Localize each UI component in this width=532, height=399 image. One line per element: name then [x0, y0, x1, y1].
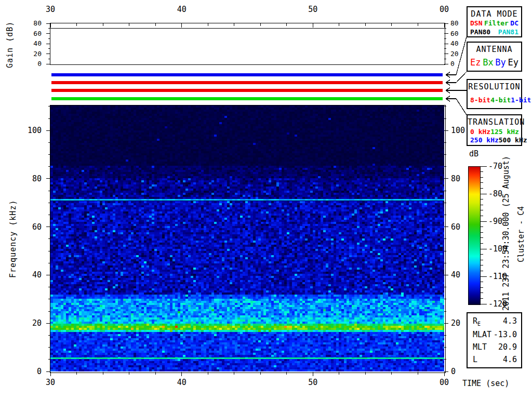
ephemeris-label-subscript: E: [477, 321, 481, 327]
colorbar-tick-label: -80: [488, 190, 511, 198]
time-x-tick-label: 30: [40, 378, 61, 387]
ephemeris-value: 4.3: [503, 316, 517, 326]
time-x-tick-label: 50: [302, 378, 323, 387]
translation-option-row: 0 kHz125 kHz: [468, 128, 521, 136]
data-mode-option-row: PAN80PAN81: [468, 28, 521, 36]
antenna-indicator-bar: [51, 81, 443, 84]
antenna-panel: ANTENNA EzBxByEy: [467, 42, 522, 72]
resolution-option: 8-bit: [470, 96, 490, 104]
datetime-label: 2011 237 23:54:30.000 (25 August): [501, 157, 511, 309]
cluster-wbd-spectrogram-display: Gain (dB) Frequency (kHz) dB 2011 237 23…: [0, 0, 532, 399]
antenna-option: Bx: [483, 57, 493, 68]
antenna-option: By: [495, 57, 506, 68]
freq-y-tick-label-right: 80: [451, 175, 472, 183]
freq-y-tick-label-right: 100: [451, 126, 472, 135]
translation-option: 0 kHz: [470, 128, 490, 136]
colorbar-tick-label: -100: [488, 245, 511, 253]
colorbar-tick-label: -70: [488, 162, 511, 170]
ephemeris-value: -13.0: [494, 330, 517, 339]
gain-y-tick-label: 0: [24, 60, 42, 68]
colorbar-tick-label: -120: [488, 300, 511, 308]
antenna-option: Ez: [470, 57, 481, 68]
ephemeris-row: MLT20.9: [468, 342, 521, 352]
gain-top-x-tick-label: 40: [171, 5, 192, 14]
gain-axis-title: Gain (dB): [4, 21, 16, 69]
data-mode-option-row: DSNFilterDC: [468, 19, 521, 27]
gain-y-tick-label-right: 20: [450, 50, 466, 58]
gain-top-x-tick-label: 30: [40, 5, 61, 14]
ephemeris-value: 20.9: [498, 342, 517, 352]
translation-title: TRANSLATION: [468, 115, 521, 127]
freq-y-tick-label: 40: [21, 271, 42, 279]
ephemeris-label: MLT: [473, 342, 487, 352]
resolution-option: 1-bit: [511, 96, 531, 104]
freq-y-tick-label-right: 0: [451, 367, 472, 376]
data-mode-title: DATA MODE: [468, 7, 521, 19]
data-mode-option: DSN: [470, 19, 482, 27]
translation-option: 250 kHz: [470, 136, 499, 144]
gain-plot: [50, 23, 445, 65]
freq-y-tick-label: 100: [21, 126, 42, 135]
data-mode-panel: DATA MODE DSNFilterDCPAN80PAN81: [467, 6, 522, 37]
time-x-tick-label: 40: [171, 378, 192, 387]
gain-y-tick-label-right: 0: [450, 60, 466, 68]
frequency-axis-title: Frequency (kHz): [7, 153, 19, 325]
resolution-title: RESOLUTION: [468, 80, 521, 91]
colorbar: [468, 166, 481, 305]
gain-y-tick-label: 40: [24, 40, 42, 47]
gain-y-tick-label-right: 60: [450, 30, 466, 37]
gain-y-tick-label-right: 40: [450, 40, 466, 47]
resolution-option: 4-bit: [490, 96, 511, 104]
gain-y-tick-label: 80: [24, 20, 42, 27]
data-mode-option: Filter: [484, 19, 509, 27]
ephemeris-row: MLAT-13.0: [468, 330, 521, 339]
gain-y-tick-label-right: 80: [450, 20, 466, 27]
resolution-option-row: 8-bit4-bit1-bit: [468, 96, 521, 104]
data-mode-option: DC: [510, 19, 518, 27]
time-x-tick-label: 00: [434, 378, 455, 387]
spectrogram-frame: [50, 105, 446, 373]
antenna-option-row: EzBxByEy: [468, 57, 521, 68]
ephemeris-panel: RE4.3MLAT-13.0MLT20.9L4.6: [467, 312, 522, 368]
gain-y-tick-label: 20: [24, 50, 42, 58]
translation-indicator-bar: [51, 97, 443, 100]
freq-y-tick-label-right: 60: [451, 223, 472, 231]
data-mode-indicator-bar: [51, 73, 443, 76]
freq-y-tick-label: 60: [21, 223, 42, 231]
gain-y-tick-label: 60: [24, 30, 42, 37]
resolution-indicator-bar: [51, 89, 443, 92]
translation-option-row: 250 kHz500 kHz: [468, 136, 521, 144]
freq-y-tick-label: 0: [21, 367, 42, 376]
antenna-title: ANTENNA: [468, 43, 521, 54]
freq-y-tick-label: 20: [21, 319, 42, 327]
ephemeris-label: MLAT: [473, 330, 491, 339]
freq-y-tick-label: 80: [21, 175, 42, 183]
gain-top-x-tick-label: 00: [434, 5, 455, 14]
ephemeris-row: L4.6: [468, 355, 521, 364]
spacecraft-label: Cluster - C4: [516, 196, 526, 272]
ephemeris-value: 4.6: [503, 355, 517, 364]
ephemeris-label: RE: [473, 316, 481, 327]
translation-option: 125 kHz: [490, 128, 519, 136]
time-axis-title: TIME (sec): [462, 379, 525, 388]
colorbar-title: dB: [464, 150, 483, 158]
data-mode-option: PAN81: [498, 28, 518, 36]
colorbar-tick-label: -90: [488, 217, 511, 225]
ephemeris-label: L: [473, 355, 477, 364]
ephemeris-row: RE4.3: [468, 316, 521, 327]
data-mode-option: PAN80: [470, 28, 490, 36]
antenna-option: Ey: [508, 57, 518, 68]
freq-y-tick-label-right: 40: [451, 271, 472, 279]
gain-top-x-tick-label: 50: [302, 5, 323, 14]
resolution-panel: RESOLUTION 8-bit4-bit1-bit: [467, 79, 522, 109]
translation-option: 500 kHz: [499, 136, 527, 144]
freq-y-tick-label-right: 20: [451, 319, 472, 327]
colorbar-tick-label: -110: [488, 272, 511, 281]
translation-panel: TRANSLATION 0 kHz125 kHz250 kHz500 kHz: [467, 114, 522, 146]
